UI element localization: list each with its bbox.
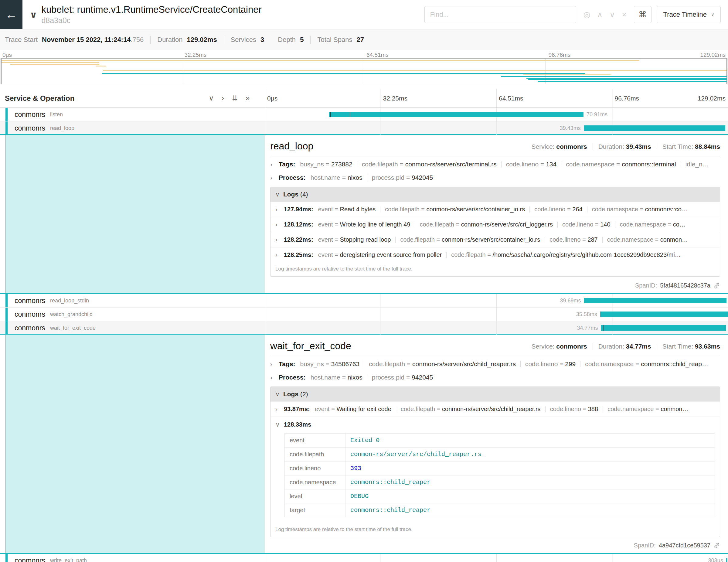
span-bar[interactable] bbox=[584, 298, 726, 303]
span-detail-meta: Service: conmonrs Duration: 34.77ms Star… bbox=[532, 343, 720, 350]
span-bar[interactable] bbox=[329, 112, 583, 117]
span-timeline-cell[interactable]: 34.77ms bbox=[265, 321, 728, 335]
tag-field: event = deregistering event source from … bbox=[318, 251, 442, 258]
span-row[interactable]: conmonrs read_loop 39.43ms bbox=[0, 121, 728, 135]
span-name-column[interactable]: conmonrs read_loop bbox=[0, 121, 265, 135]
tags-section[interactable]: › Tags:busy_ns = 34506763code.filepath =… bbox=[270, 357, 720, 371]
timeline-ruler: 0μs32.25ms64.51ms96.76ms129.02ms bbox=[265, 89, 728, 107]
span-name-column[interactable]: conmonrs read_loop_stdin bbox=[0, 294, 265, 307]
field-divider bbox=[367, 175, 367, 181]
service-color-bar bbox=[5, 554, 8, 562]
collapse-all-icon[interactable]: ⇊ bbox=[232, 94, 238, 102]
collapse-one-icon[interactable]: ∨ bbox=[209, 94, 214, 102]
tag-field: busy_ns = 34506763 bbox=[300, 360, 359, 368]
service-color-bar bbox=[5, 121, 8, 135]
trace-summary: Trace Start November 15 2022, 11:24:14.7… bbox=[5, 36, 364, 44]
tag-field: busy_ns = 273882 bbox=[300, 161, 352, 168]
chevron-down-icon: ∨ bbox=[275, 421, 280, 428]
header-collapse-chevron-icon[interactable]: ∨ bbox=[30, 9, 37, 20]
tag-field: code.filepath = conmon-rs/server/src/con… bbox=[385, 206, 525, 213]
span-name-column[interactable]: conmonrs write_exit_path bbox=[0, 554, 265, 562]
span-bar[interactable] bbox=[584, 125, 725, 131]
prev-result-icon[interactable]: ∧ bbox=[597, 10, 603, 19]
tags-section[interactable]: › Tags:busy_ns = 273882code.filepath = c… bbox=[270, 158, 720, 171]
find-input[interactable] bbox=[424, 6, 576, 23]
service-name: conmonrs bbox=[15, 111, 45, 119]
log-timestamp: 128.12ms: bbox=[284, 221, 313, 228]
chevron-right-icon: › bbox=[275, 206, 280, 213]
summary-item: Depth 5 bbox=[278, 36, 304, 44]
logs-header[interactable]: ∨ Logs (4) bbox=[270, 187, 720, 202]
log-entry[interactable]: › 127.94ms:event = Read 4 bytescode.file… bbox=[270, 202, 720, 217]
timeline-header-left: Service & Operation ∨›⇊» bbox=[0, 89, 265, 107]
detail-left-column bbox=[0, 135, 265, 293]
minimap-span-line bbox=[526, 78, 726, 79]
span-name-column[interactable]: conmonrs watch_grandchild bbox=[0, 308, 265, 321]
field-divider bbox=[446, 252, 447, 258]
find-icons: ◎∧∨× bbox=[583, 10, 627, 19]
span-row[interactable]: conmonrs write_exit_path 303μs bbox=[0, 554, 728, 562]
log-entry[interactable]: › 128.25ms:event = deregistering event s… bbox=[270, 247, 720, 262]
next-result-icon[interactable]: ∨ bbox=[609, 10, 615, 19]
meta-divider bbox=[593, 143, 593, 150]
tag-field: event = Waiting for exit code bbox=[315, 406, 391, 413]
log-entry[interactable]: › 128.12ms:event = Wrote log line of len… bbox=[270, 217, 720, 232]
field-key: code.lineno bbox=[285, 462, 345, 475]
logs-header[interactable]: ∨ Logs (2) bbox=[270, 387, 720, 401]
tag-field: event = Stopping read loop bbox=[318, 236, 391, 243]
keyboard-shortcuts-button[interactable]: ⌘ bbox=[634, 6, 651, 23]
clear-find-icon[interactable]: × bbox=[622, 10, 626, 19]
span-row[interactable]: conmonrs wait_for_exit_code 34.77ms bbox=[0, 321, 728, 335]
field-divider bbox=[602, 237, 603, 243]
minimap-span-line bbox=[103, 70, 726, 71]
span-name-column[interactable]: conmonrs listen bbox=[0, 108, 265, 121]
log-entry[interactable]: › 93.87ms:event = Waiting for exit codec… bbox=[270, 401, 720, 417]
expand-all-icon[interactable]: » bbox=[246, 94, 250, 102]
field-divider bbox=[520, 361, 521, 367]
summary-item: Duration 129.02ms bbox=[157, 36, 217, 44]
field-divider bbox=[396, 406, 396, 412]
time-tick-label: 32.25ms bbox=[383, 95, 408, 102]
span-row[interactable]: conmonrs watch_grandchild 35.58ms bbox=[0, 308, 728, 321]
span-timeline-cell[interactable]: 303μs bbox=[265, 554, 728, 562]
trace-view-selector[interactable]: Trace Timeline ∨ bbox=[657, 6, 721, 23]
log-entry[interactable]: › 128.22ms:event = Stopping read loopcod… bbox=[270, 232, 720, 247]
logs-section: ∨ Logs (4) › 127.94ms:event = Read 4 byt… bbox=[270, 187, 720, 277]
back-button[interactable]: ← bbox=[0, 0, 22, 29]
summary-divider bbox=[150, 36, 151, 44]
span-row[interactable]: conmonrs listen 70.91ms bbox=[0, 108, 728, 121]
log-marker bbox=[330, 112, 331, 117]
span-duration-label: 303μs bbox=[705, 557, 726, 562]
span-timeline-cell[interactable]: 70.91ms bbox=[265, 108, 728, 121]
summary-item: Trace Start November 15 2022, 11:24:14.7… bbox=[5, 36, 144, 44]
tag-field: code.lineno = 299 bbox=[525, 360, 576, 368]
minimap-canvas[interactable] bbox=[1, 58, 727, 84]
log-marker bbox=[604, 325, 604, 331]
span-timeline-cell[interactable]: 39.69ms bbox=[265, 294, 728, 307]
focus-match-icon[interactable]: ◎ bbox=[583, 10, 590, 19]
span-bar[interactable] bbox=[601, 325, 726, 331]
process-section[interactable]: › Process:host.name = nixosprocess.pid =… bbox=[270, 371, 720, 384]
expand-one-icon[interactable]: › bbox=[222, 94, 224, 102]
log-entry-expanded: ∨ 128.33ms event Exited 0 code.filepath … bbox=[270, 417, 720, 517]
span-name-column[interactable]: conmonrs wait_for_exit_code bbox=[0, 321, 265, 335]
span-timeline-cell[interactable]: 39.43ms bbox=[265, 121, 728, 135]
log-timestamp: 128.25ms: bbox=[284, 251, 313, 258]
jaeger-trace-page: ← ∨ kubelet: runtime.v1.RuntimeService/C… bbox=[0, 0, 728, 562]
copy-link-icon[interactable] bbox=[713, 282, 720, 289]
trace-minimap[interactable]: 0μs32.25ms64.51ms96.76ms129.02ms bbox=[0, 50, 728, 84]
log-entry-header[interactable]: ∨ 128.33ms bbox=[270, 417, 720, 432]
span-row[interactable]: conmonrs read_loop_stdin 39.69ms bbox=[0, 294, 728, 308]
span-timeline-cell[interactable]: 35.58ms bbox=[265, 308, 728, 321]
meta-divider bbox=[657, 143, 657, 150]
chevron-right-icon: › bbox=[275, 406, 280, 413]
time-tick-label: 129.02ms bbox=[700, 52, 726, 58]
service-name: conmonrs bbox=[15, 557, 45, 562]
tag-field: code.filepath = conmon-rs/server/src/cri… bbox=[420, 221, 553, 228]
process-section[interactable]: › Process:host.name = nixosprocess.pid =… bbox=[270, 171, 720, 184]
log-timestamp: 127.94ms: bbox=[284, 206, 313, 213]
span-bar[interactable] bbox=[726, 558, 728, 562]
span-bar[interactable] bbox=[600, 312, 728, 317]
copy-link-icon[interactable] bbox=[713, 542, 720, 549]
field-value: conmon-rs/server/src/child_reaper.rs bbox=[345, 448, 715, 462]
